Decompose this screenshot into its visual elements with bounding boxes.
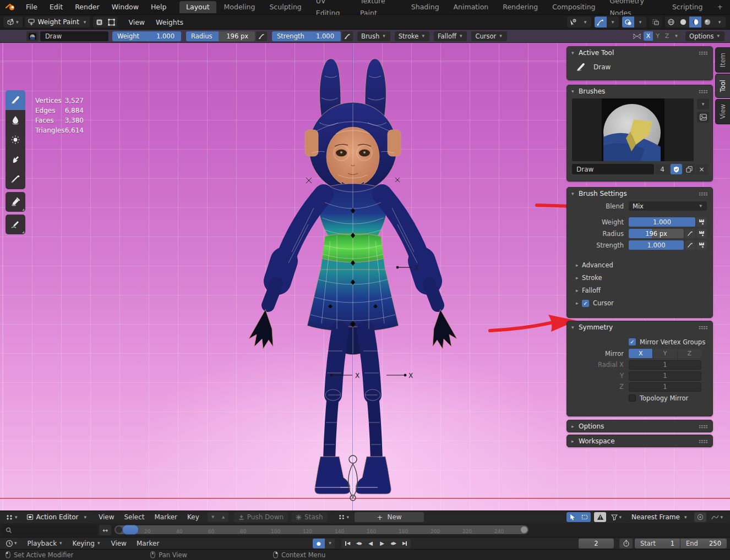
play-reverse-button[interactable]: ◀ bbox=[364, 539, 376, 548]
panel-workspace[interactable]: ▸ Workspace bbox=[566, 435, 713, 447]
add-workspace-button[interactable]: + bbox=[711, 1, 729, 13]
panel-grip-icon[interactable] bbox=[699, 51, 708, 55]
strength-slider[interactable]: Strength 1.000 bbox=[272, 31, 341, 41]
strength-value-slider[interactable]: 1.000 bbox=[629, 240, 684, 250]
mode-selector-dropdown[interactable]: Weight Paint ▾ bbox=[25, 17, 90, 28]
mirror-vertex-groups-checkbox[interactable]: ✓ bbox=[629, 338, 636, 345]
shading-solid-button[interactable] bbox=[677, 17, 689, 28]
radius-pressure-toggle[interactable] bbox=[685, 229, 695, 238]
sidebar-tab-view[interactable]: View bbox=[715, 99, 730, 124]
panel-brush-settings-header[interactable]: ▾ Brush Settings bbox=[567, 188, 712, 200]
options-popover[interactable]: Options▾ bbox=[685, 31, 724, 41]
viewport-menu-weights[interactable]: Weights bbox=[150, 18, 189, 26]
keying-set-dropdown[interactable]: ▾ bbox=[325, 539, 335, 548]
proportional-falloff-dropdown[interactable]: ▾ bbox=[709, 512, 727, 522]
menu-window[interactable]: Window bbox=[106, 0, 145, 14]
use-preview-range-toggle[interactable] bbox=[619, 539, 633, 548]
editor-type-dopesheet-button[interactable]: ▾ bbox=[3, 512, 21, 522]
jump-to-start-button[interactable]: ◀ bbox=[341, 539, 353, 548]
snap-mode-dropdown[interactable]: Nearest Frame ▾ bbox=[628, 512, 691, 522]
stash-button[interactable]: Stash bbox=[291, 512, 328, 522]
brush-thumbnail-button[interactable] bbox=[26, 31, 39, 41]
subpanel-cursor[interactable]: ▸✓Cursor bbox=[567, 298, 712, 309]
timeline-menu-keying[interactable]: Keying▾ bbox=[68, 539, 104, 548]
scrubber-handle[interactable] bbox=[122, 525, 139, 535]
next-keyframe-button[interactable]: ◆▶ bbox=[388, 539, 399, 548]
editor-type-3d-viewport-button[interactable]: ▾ bbox=[3, 17, 23, 28]
blend-mode-dropdown[interactable]: Mix ▾ bbox=[629, 201, 707, 211]
radius-value-slider[interactable]: 196 px bbox=[629, 229, 684, 238]
mirror-x-toggle[interactable]: X bbox=[644, 31, 653, 41]
unified-weight-toggle[interactable] bbox=[696, 217, 707, 227]
workspace-tab-sculpting[interactable]: Sculpting bbox=[263, 1, 308, 13]
symmetry-x-toggle[interactable]: X bbox=[629, 349, 653, 358]
workspace-tab-shading[interactable]: Shading bbox=[405, 1, 446, 13]
workspace-tab-layout[interactable]: Layout bbox=[179, 1, 216, 13]
radius-pressure-toggle[interactable] bbox=[256, 31, 267, 41]
panel-grip-icon[interactable] bbox=[699, 90, 708, 94]
cursor-popover[interactable]: Cursor▾ bbox=[471, 31, 506, 41]
topology-mirror-checkbox[interactable] bbox=[629, 394, 636, 402]
subpanel-stroke[interactable]: ▸Stroke bbox=[567, 272, 712, 283]
browse-action-button[interactable]: ▾ bbox=[335, 512, 353, 522]
select-tweak-button[interactable] bbox=[566, 512, 579, 522]
show-overlays-toggle[interactable] bbox=[622, 17, 634, 28]
end-frame-field[interactable]: End250 bbox=[680, 539, 727, 548]
previous-keyframe-button[interactable]: ◀◆ bbox=[353, 539, 364, 548]
editor-type-timeline-button[interactable]: ▾ bbox=[3, 539, 21, 548]
start-frame-field[interactable]: Start1 bbox=[635, 539, 680, 548]
tool-average-button[interactable] bbox=[6, 130, 25, 150]
falloff-popover[interactable]: Falloff▾ bbox=[434, 31, 467, 41]
gizmo-settings-dropdown[interactable]: ▾ bbox=[607, 17, 619, 28]
timeline-menu-view[interactable]: View bbox=[106, 540, 131, 547]
move-channel-up-button[interactable]: ▲ bbox=[218, 512, 228, 522]
channel-search-input[interactable] bbox=[2, 525, 97, 535]
menu-edit[interactable]: Edit bbox=[43, 0, 69, 14]
stroke-popover[interactable]: Stroke▾ bbox=[395, 31, 429, 41]
overlays-dropdown[interactable]: ▾ bbox=[634, 17, 646, 28]
fake-user-shield-button[interactable] bbox=[671, 164, 682, 174]
brush-preview-box[interactable] bbox=[572, 98, 694, 161]
shading-material-preview-button[interactable] bbox=[689, 17, 701, 28]
new-action-button[interactable]: + New bbox=[355, 512, 424, 522]
timeline-menu-playback[interactable]: Playback▾ bbox=[23, 539, 66, 548]
menu-help[interactable]: Help bbox=[145, 0, 173, 14]
dopesheet-menu-select[interactable]: Select bbox=[119, 513, 149, 521]
dopesheet-menu-view[interactable]: View bbox=[94, 513, 119, 521]
panel-grip-icon[interactable] bbox=[699, 326, 708, 330]
radius-slider[interactable]: Radius 196 px bbox=[186, 31, 255, 41]
shading-rendered-button[interactable] bbox=[701, 17, 713, 28]
push-down-button[interactable]: Push Down bbox=[234, 512, 288, 522]
panel-brushes-header[interactable]: ▾ Brushes bbox=[567, 85, 712, 97]
viewport-menu-view[interactable]: View bbox=[123, 18, 150, 26]
sidebar-tab-item[interactable]: Item bbox=[715, 47, 730, 73]
unified-radius-toggle[interactable] bbox=[696, 229, 707, 238]
workspace-tab-compositing[interactable]: Compositing bbox=[546, 1, 602, 13]
auto-keying-record-button[interactable]: ● bbox=[313, 539, 325, 548]
tool-annotate-button[interactable] bbox=[6, 215, 25, 234]
frame-scrubber[interactable]: 20 40 60 80 100 120 140 160 180 200 220 … bbox=[115, 523, 532, 537]
tool-smear-button[interactable] bbox=[6, 150, 25, 169]
panel-symmetry-header[interactable]: ▾ Symmetry bbox=[567, 321, 712, 333]
mirror-y-toggle[interactable]: Y bbox=[653, 31, 662, 41]
tool-gradient-button[interactable] bbox=[6, 169, 25, 189]
panel-grip-icon[interactable] bbox=[699, 440, 708, 443]
panel-options[interactable]: ▸ Options bbox=[566, 420, 713, 432]
select-box-button[interactable] bbox=[579, 512, 591, 522]
strength-pressure-toggle[interactable] bbox=[685, 240, 695, 250]
xray-toggle[interactable] bbox=[650, 17, 662, 28]
radial-z-field[interactable]: 1 bbox=[629, 382, 701, 392]
radial-x-field[interactable]: 1 bbox=[629, 360, 701, 370]
panel-grip-icon[interactable] bbox=[699, 425, 708, 429]
shading-dropdown[interactable]: ▾ bbox=[713, 17, 726, 28]
panel-active-tool-header[interactable]: ▾ Active Tool bbox=[567, 47, 712, 59]
tool-sample-weight-button[interactable] bbox=[6, 192, 25, 212]
tool-blur-button[interactable] bbox=[6, 110, 25, 130]
brush-name-field[interactable]: Draw bbox=[572, 164, 654, 174]
mirror-dropdown[interactable]: ▾ bbox=[672, 31, 681, 41]
filter-popover[interactable]: ▾ bbox=[608, 512, 625, 522]
shading-wireframe-button[interactable] bbox=[665, 17, 677, 28]
workspace-tab-scripting[interactable]: Scripting bbox=[666, 1, 710, 13]
paint-mask-face-toggle[interactable] bbox=[93, 17, 105, 28]
jump-to-end-button[interactable]: ▶ bbox=[399, 539, 411, 548]
